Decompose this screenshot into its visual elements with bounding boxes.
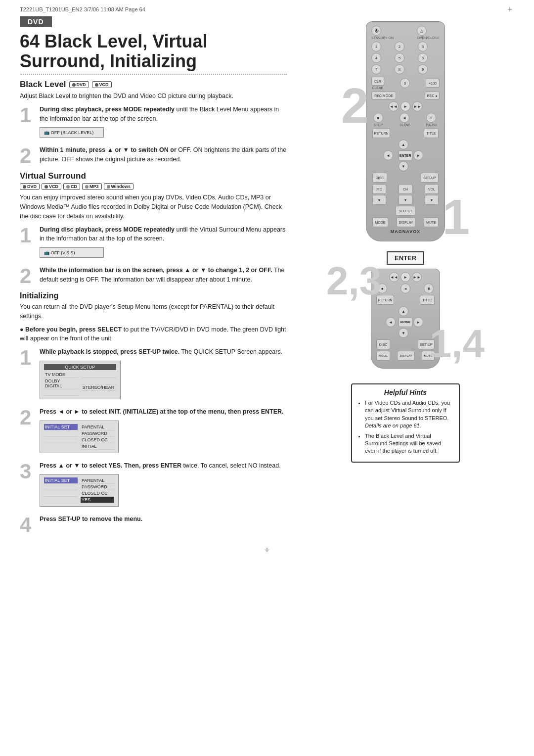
num0-btn[interactable]: 0 <box>400 78 410 88</box>
number-2-left: 2 <box>341 81 369 130</box>
vol-up-btn[interactable]: VOL <box>425 184 439 194</box>
left-column: DVD 64 Black Level, Virtual Surround, In… <box>20 16 297 540</box>
number-1-right: 1 <box>442 192 470 241</box>
vs-step2-content: While the information bar is on the scre… <box>40 266 287 286</box>
enter-box[interactable]: ENTER <box>387 251 424 265</box>
number-14-right: 1,4 <box>430 324 485 364</box>
init-step1: 1 While playback is stopped, press SET-U… <box>20 347 287 402</box>
display-btn[interactable]: DISPLAY <box>397 217 415 227</box>
vs-step1: 1 During disc playback, press MODE repea… <box>20 225 287 261</box>
ch-up-btn[interactable]: CH <box>399 184 412 194</box>
init-step4: 4 Press SET-UP to remove the menu. <box>20 515 287 535</box>
pause-btn[interactable]: ⏸ <box>426 113 436 123</box>
num3-btn[interactable]: 3 <box>418 42 428 51</box>
title-btn[interactable]: TITLE <box>424 128 439 138</box>
black-level-title: Black Level DVD VCD <box>20 80 287 90</box>
small-down-btn[interactable]: ▼ <box>399 328 408 338</box>
small-rew-btn[interactable]: ◄◄ <box>389 272 399 282</box>
num1-btn[interactable]: 1 <box>371 42 381 51</box>
return-btn[interactable]: RETURN <box>372 128 390 138</box>
init-step1-content: While playback is stopped, press SET-UP … <box>40 347 287 402</box>
initializing-section: Initializing You can return all the DVD … <box>20 291 287 535</box>
init-step1-num: 1 <box>20 347 35 402</box>
numpad: 1 2 3 4 5 6 7 8 9 <box>371 42 440 74</box>
select-btn[interactable]: SELECT <box>396 206 415 216</box>
vs-step1-content: During disc playback, press MODE repeate… <box>40 225 287 261</box>
mute-btn[interactable]: MUTE <box>424 217 439 227</box>
standby-btn[interactable]: ⏻ <box>371 26 381 36</box>
black-level-step2: 2 Within 1 minute, press ▲ or ▼ to switc… <box>20 145 287 166</box>
helpful-hint-item-1: For Video CDs and Audio CDs, you can adj… <box>365 399 453 430</box>
num2-btn[interactable]: 2 <box>395 42 404 51</box>
init-step2: 2 Press ◄ or ► to select INIT. (INITIALI… <box>20 407 287 456</box>
small-mode-btn[interactable]: MODE <box>376 351 390 361</box>
slow-btn[interactable]: ◄ <box>400 113 409 123</box>
remote-bottom-area: 2,3 ENTER ◄◄ ► ►► ■ ◄ <box>341 251 470 369</box>
disc-btn[interactable]: DISC <box>372 173 387 183</box>
dvd-badge: DVD <box>20 16 52 27</box>
remote-top-area: 2 1 ⏻ STANDBY·ON △ OPEN/CLOSE <box>346 21 465 241</box>
open-close-btn[interactable]: △ <box>417 26 427 36</box>
ff-btn[interactable]: ►► <box>412 101 422 111</box>
vs-step2-num: 2 <box>20 266 35 286</box>
init-step2-screen: INITIAL SET PARENTAL PASSWORD CLOSED CC … <box>40 421 119 453</box>
ch-dn-btn[interactable]: ▼ <box>399 195 412 205</box>
small-title-btn[interactable]: TITLE <box>420 295 435 305</box>
down-btn[interactable]: ▼ <box>399 161 408 171</box>
virtual-surround-badges: DVD VCD CD MP3 Windows <box>20 183 287 190</box>
vol-dn-btn[interactable]: ▼ <box>425 195 439 205</box>
small-display-btn[interactable]: DISPLAY <box>397 351 415 361</box>
num9-btn[interactable]: 9 <box>418 64 428 74</box>
small-right-btn[interactable]: ► <box>413 317 423 327</box>
init-step3: 3 Press ▲ or ▼ to select YES. Then, pres… <box>20 461 287 510</box>
small-ff-btn[interactable]: ►► <box>412 272 422 282</box>
right-column: 2 1 ⏻ STANDBY·ON △ OPEN/CLOSE <box>297 16 514 540</box>
setup-btn[interactable]: SET-UP <box>421 173 439 183</box>
clear-btn[interactable]: CLR <box>371 77 384 86</box>
small-up-btn[interactable]: ▲ <box>399 306 408 316</box>
picture-dn-btn[interactable]: ▼ <box>372 195 386 205</box>
init-step3-content: Press ▲ or ▼ to select YES. Then, press … <box>40 461 287 510</box>
small-enter-btn[interactable]: ENTER <box>399 317 412 327</box>
helpful-hint-item-2: The Black Level and Virtual Surround Set… <box>365 432 453 455</box>
left-btn[interactable]: ◄ <box>383 150 393 160</box>
num7-btn[interactable]: 7 <box>371 64 381 74</box>
small-pause-btn[interactable]: ⏸ <box>424 284 434 293</box>
header-text: T2221UB_T1201UB_EN2 3/7/06 11:08 AM Page… <box>20 6 145 12</box>
crosshair-icon <box>505 5 514 14</box>
initializing-intro: You can return all the DVD player's Setu… <box>20 302 287 321</box>
small-slow-btn[interactable]: ◄ <box>400 284 410 293</box>
num8-btn[interactable]: 8 <box>395 64 404 74</box>
plus100-btn[interactable]: +100 <box>426 79 440 88</box>
mode-btn[interactable]: MODE <box>372 217 388 227</box>
step2-content-bl: Within 1 minute, press ▲ or ▼ to switch … <box>40 145 287 166</box>
rec-btn[interactable]: REC ● <box>425 92 440 99</box>
helpful-hints: Helpful Hints For Video CDs and Audio CD… <box>351 383 460 463</box>
vcd-badge-bl: VCD <box>92 81 112 88</box>
small-disc-btn[interactable]: DISC <box>376 339 390 349</box>
virtual-surround-title: Virtual Surround <box>20 171 287 181</box>
number-23-left: 2,3 <box>326 261 381 301</box>
init-step1-screen: QUICK SETUP TV MODE DOLBY DIGITAL STEREO <box>40 361 121 399</box>
picture-btn[interactable]: PIC <box>372 184 386 194</box>
virtual-surround-desc: You can enjoy improved stereo sound when… <box>20 193 287 221</box>
num6-btn[interactable]: 6 <box>418 53 428 63</box>
init-step3-num: 3 <box>20 461 35 510</box>
up-btn[interactable]: ▲ <box>399 140 408 149</box>
black-level-desc: Adjust Black Level to brighten the DVD a… <box>20 92 287 101</box>
init-step3-screen: INITIAL SET PARENTAL PASSWORD CLOSED CC … <box>40 474 119 507</box>
helpful-hints-list: For Video CDs and Audio CDs, you can adj… <box>358 399 453 455</box>
stop-btn[interactable]: ■ <box>373 113 383 123</box>
rec-mode-btn[interactable]: REC MODE <box>371 92 396 99</box>
step1-content-bl: During disc playback, press MODE repeate… <box>40 105 287 141</box>
small-play-btn[interactable]: ► <box>400 272 410 282</box>
num5-btn[interactable]: 5 <box>395 53 404 63</box>
right-btn[interactable]: ► <box>413 150 423 160</box>
enter-btn[interactable]: ENTER <box>399 150 412 160</box>
play-btn[interactable]: ► <box>400 101 410 111</box>
num4-btn[interactable]: 4 <box>371 53 381 63</box>
small-left-btn[interactable]: ◄ <box>386 317 396 327</box>
vs-step1-num: 1 <box>20 225 35 261</box>
init-step2-num: 2 <box>20 407 35 456</box>
rew-btn[interactable]: ◄◄ <box>389 101 399 111</box>
